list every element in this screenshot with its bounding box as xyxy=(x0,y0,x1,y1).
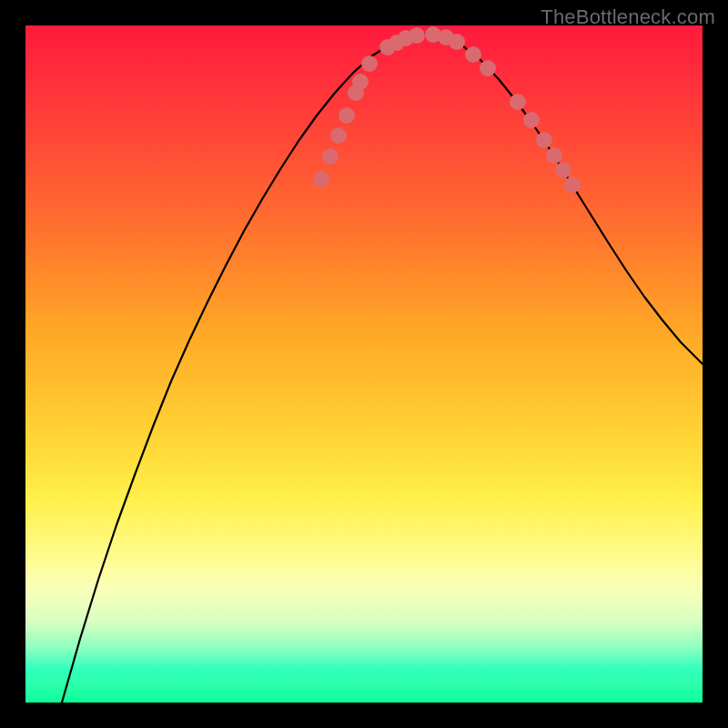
highlight-dot xyxy=(330,127,347,144)
highlight-dot xyxy=(546,147,562,164)
highlight-dot xyxy=(510,94,526,110)
curve-svg xyxy=(25,25,703,703)
highlight-dot xyxy=(523,112,540,128)
highlight-dot xyxy=(313,171,329,187)
highlight-dot xyxy=(536,132,552,148)
highlight-dot xyxy=(564,177,581,193)
chart-frame: TheBottleneck.com xyxy=(0,0,728,728)
highlight-dot xyxy=(449,34,465,50)
highlight-dot xyxy=(361,56,378,72)
bottleneck-curve xyxy=(62,34,703,703)
highlight-dot xyxy=(465,46,481,63)
highlight-dot xyxy=(480,60,496,76)
highlight-dot xyxy=(555,162,571,178)
highlight-dot xyxy=(339,107,355,124)
plot-area xyxy=(25,25,703,703)
watermark-text: TheBottleneck.com xyxy=(541,5,715,29)
highlight-dot xyxy=(322,148,339,165)
highlight-dots xyxy=(313,26,581,193)
highlight-dot xyxy=(352,74,369,90)
highlight-dot xyxy=(409,27,425,44)
